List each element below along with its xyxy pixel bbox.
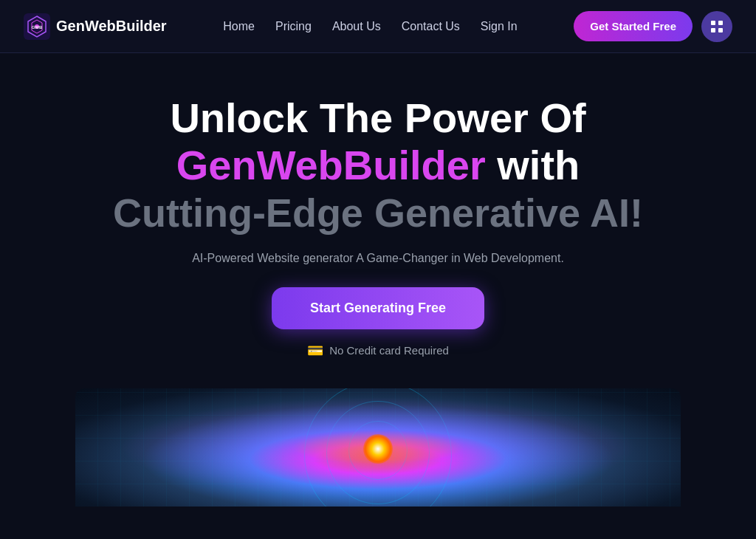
- nav-actions: Get Started Free: [574, 11, 732, 42]
- svg-rect-6: [718, 21, 723, 25]
- hero-subtitle: AI-Powered Website generator A Game-Chan…: [192, 252, 564, 265]
- nav-home[interactable]: Home: [223, 20, 255, 33]
- hero-preview-image: [75, 388, 681, 507]
- svg-rect-7: [711, 28, 715, 32]
- nav-signin[interactable]: Sign In: [481, 20, 518, 33]
- start-generating-button[interactable]: Start Generating Free: [272, 287, 484, 329]
- logo-text: GenWebBuilder: [56, 18, 167, 35]
- svg-rect-5: [711, 21, 715, 25]
- no-credit-text: No Credit card Required: [329, 344, 449, 357]
- nav-pricing[interactable]: Pricing: [275, 20, 312, 33]
- hero-title-line1: Unlock The Power Of: [170, 95, 585, 141]
- hero-title-line2: GenWebBuilder with: [113, 142, 643, 189]
- hero-title-line3: Cutting-Edge Generative AI!: [113, 190, 643, 236]
- preview-canvas-bg: [75, 388, 681, 507]
- svg-text:GWB: GWB: [32, 25, 43, 30]
- grid-icon: [709, 19, 724, 34]
- hero-with-text: with: [497, 142, 580, 188]
- get-started-button[interactable]: Get Started Free: [574, 11, 693, 41]
- logo[interactable]: GWB GenWebBuilder: [24, 13, 167, 40]
- nav-contact[interactable]: Contact Us: [402, 20, 460, 33]
- grid-menu-button[interactable]: [701, 11, 732, 42]
- svg-rect-8: [718, 28, 723, 32]
- hero-section: Unlock The Power Of GenWebBuilder with C…: [0, 53, 756, 381]
- center-glow: [363, 434, 393, 464]
- navbar: GWB GenWebBuilder Home Pricing About Us …: [0, 0, 756, 53]
- credit-card-icon: 💳: [307, 343, 323, 359]
- nav-about[interactable]: About Us: [332, 20, 381, 33]
- hero-brand-text: GenWebBuilder: [176, 142, 486, 188]
- nav-links: Home Pricing About Us Contact Us Sign In: [223, 20, 517, 33]
- hero-title: Unlock The Power Of GenWebBuilder with C…: [113, 95, 643, 236]
- logo-icon: GWB: [24, 13, 50, 40]
- no-credit-area: 💳 No Credit card Required: [307, 343, 449, 359]
